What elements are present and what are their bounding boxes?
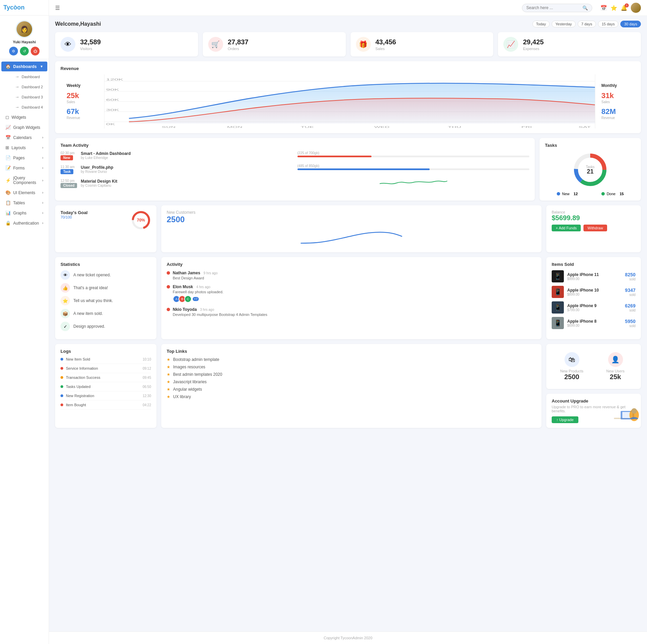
activity-feed-card: Activity Nathan James 9 hrs ago Best Des… bbox=[161, 257, 542, 339]
sold-number: 8250 bbox=[625, 272, 636, 277]
filter-7days[interactable]: 7 days bbox=[578, 21, 596, 27]
graph-icon: 📈 bbox=[5, 125, 11, 130]
link-item[interactable]: ★ UX library bbox=[167, 394, 536, 399]
progress-fill bbox=[297, 156, 372, 157]
upgrade-button[interactable]: ↑ Upgrade bbox=[552, 416, 578, 423]
product-image: 📱 bbox=[552, 286, 564, 298]
sidebar-item-calendars[interactable]: 📅 Calendars › bbox=[1, 133, 47, 142]
activity-details: Smart - Admin Dashboard by Luke Etheridg… bbox=[81, 151, 131, 160]
filter-yesterday[interactable]: Yesterday bbox=[552, 21, 576, 27]
weekly-sales: 25k bbox=[67, 91, 98, 100]
users-icon: 👤 bbox=[608, 352, 623, 367]
sidebar-item-tables[interactable]: 📋 Tables › bbox=[1, 198, 47, 208]
bell-icon[interactable]: 🔔1 bbox=[621, 5, 627, 11]
tasks-donut: Tasks 21 bbox=[545, 151, 636, 188]
upgrade-card: Account Upgrade Upgrade to PRO to earn m… bbox=[546, 394, 641, 428]
avatar: 👩 bbox=[16, 20, 33, 38]
feed-avatar: C bbox=[184, 295, 192, 303]
sidebar-item-widgets[interactable]: ◻ Widgets bbox=[1, 112, 47, 122]
sidebar-item-dashboard2[interactable]: → Dashboard 2 bbox=[11, 82, 47, 92]
sold-item: 📱 Apple iPhone 10 $899.00 9347 sold bbox=[552, 286, 636, 298]
stat-text: Design approved. bbox=[73, 324, 105, 329]
stat-list-item: 👍 That's a great idea! bbox=[61, 283, 151, 293]
stat-text: A new ticket opened. bbox=[73, 273, 111, 277]
sold-info: Apple iPhone 10 $899.00 bbox=[567, 288, 599, 296]
stat-list-item: ⭐ Tell us what you think. bbox=[61, 296, 151, 305]
chevron-right-icon: › bbox=[42, 211, 43, 215]
sidebar-item-graphs[interactable]: 📊 Graphs › bbox=[1, 208, 47, 218]
stat-info: 32,589 Visitors bbox=[80, 38, 101, 51]
sidebar-item-ui[interactable]: 🎨 UI Elements › bbox=[1, 188, 47, 198]
sidebar-item-forms[interactable]: 📝 Forms › bbox=[1, 163, 47, 173]
search-box[interactable]: 🔍 bbox=[522, 4, 592, 12]
link-text: UX library bbox=[173, 394, 191, 399]
activity-details: User_Profile.php by Rovane Durso bbox=[81, 165, 113, 174]
settings-btn[interactable]: ⚙ bbox=[9, 47, 18, 55]
closed-badge: Closed bbox=[61, 183, 77, 188]
menu-icon[interactable]: ☰ bbox=[55, 5, 60, 11]
revenue-card: Revenue Weekly 25k Sales 67k Revenue bbox=[55, 61, 641, 133]
feed-avatar-count: +7 bbox=[193, 297, 199, 301]
link-item[interactable]: ★ Best admin templates 2020 bbox=[167, 372, 536, 377]
sidebar-item-label: UI Elements bbox=[13, 190, 35, 195]
filter-15days[interactable]: 15 days bbox=[598, 21, 619, 27]
revenue-chart: 120K 90K 60K 30K 0K SUN MON TUE WED THU … bbox=[104, 74, 595, 129]
sidebar-item-label: Dashboard 2 bbox=[22, 85, 43, 89]
sidebar-item-label: Widgets bbox=[11, 115, 26, 120]
sidebar-item-pages[interactable]: 📄 Pages › bbox=[1, 153, 47, 163]
sold-number: 5950 bbox=[625, 319, 636, 324]
link-item[interactable]: ★ Javascript libraries bbox=[167, 380, 536, 384]
sidebar-item-dashboards[interactable]: 🏠 Dashboards ▼ bbox=[1, 62, 47, 71]
sidebar-item-graph-widgets[interactable]: 📈 Graph Widgets bbox=[1, 122, 47, 132]
sidebar-item-layouts[interactable]: ⊞ Layouts › bbox=[1, 143, 47, 153]
filter-30days[interactable]: 30 days bbox=[620, 21, 641, 27]
new-users-item: 👤 New Users 25k bbox=[595, 349, 636, 384]
calendar-icon[interactable]: 📅 bbox=[600, 5, 607, 11]
main-content: ☰ 🔍 📅 ⭐ 🔔1 Welcome,Hayashi Today Yesterd… bbox=[49, 0, 647, 644]
search-input[interactable] bbox=[526, 5, 580, 10]
sidebar-item-dashboard1[interactable]: → Dashboard bbox=[11, 72, 47, 82]
svg-text:SAT: SAT bbox=[579, 125, 591, 129]
app-logo: Tycòon bbox=[0, 0, 49, 16]
sidebar-item-dashboard4[interactable]: → Dashboard 4 bbox=[11, 102, 47, 112]
avatar[interactable] bbox=[631, 3, 641, 13]
profile-section: 👩 Yuki Hayashi ⚙ ↺ ⏻ bbox=[0, 16, 49, 59]
customers-card: New Customers 2500 bbox=[161, 205, 542, 252]
balance-value: $5699.89 bbox=[552, 214, 636, 222]
star-icon[interactable]: ⭐ bbox=[610, 5, 617, 11]
logout-btn[interactable]: ⏻ bbox=[31, 47, 40, 55]
product-name: Apple iPhone 10 bbox=[567, 288, 599, 293]
team-activity-item: 11:30 am Task User_Profile.php by Rovane… bbox=[61, 165, 293, 174]
add-funds-button[interactable]: + Add Funds bbox=[552, 225, 581, 231]
link-text: Images resources bbox=[173, 365, 205, 369]
feed-dot bbox=[167, 308, 170, 311]
users-label: New Users bbox=[606, 369, 625, 373]
items-sold-title: Items Sold bbox=[552, 262, 636, 267]
stats-row: 👁 32,589 Visitors 🛒 27,837 Orders 🎁 43,4… bbox=[55, 32, 641, 56]
pages-icon: 📄 bbox=[5, 155, 11, 160]
link-item[interactable]: ★ Bootstrap admin template bbox=[167, 357, 536, 362]
legend-label: Done bbox=[607, 192, 616, 196]
feed-item: Nkio Toyoda 3 hrs ago Developed 30 multi… bbox=[167, 307, 536, 317]
svg-text:0K: 0K bbox=[106, 122, 115, 126]
sidebar-item-authentication[interactable]: 🔒 Authentication › bbox=[1, 218, 47, 228]
feed-item: Elon Musk 4 hrs ago Farewell day photos … bbox=[167, 284, 536, 303]
product-price: $899.00 bbox=[567, 293, 599, 296]
link-item[interactable]: ★ Images resources bbox=[167, 365, 536, 369]
new-badge: New bbox=[61, 155, 73, 160]
chevron-right-icon: › bbox=[42, 201, 43, 205]
sidebar-item-jquery[interactable]: ⚡ jQuery Components › bbox=[1, 173, 47, 187]
stat-expenses: 📈 29,425 Expenses bbox=[498, 32, 641, 56]
filter-today[interactable]: Today bbox=[532, 21, 550, 27]
withdraw-button[interactable]: Withdraw bbox=[583, 225, 607, 231]
sidebar-item-dashboard3[interactable]: → Dashboard 3 bbox=[11, 92, 47, 102]
link-item[interactable]: ★ Angular widgets bbox=[167, 387, 536, 392]
star-icon: ★ bbox=[167, 357, 170, 362]
orders-count: 27,837 bbox=[228, 38, 248, 46]
legend-label: New bbox=[562, 192, 570, 196]
refresh-btn[interactable]: ↺ bbox=[20, 47, 29, 55]
customers-count: 2500 bbox=[167, 215, 536, 224]
svg-text:THU: THU bbox=[448, 125, 461, 129]
customers-label: New Customers bbox=[167, 210, 536, 215]
sparkline-svg bbox=[297, 177, 530, 187]
